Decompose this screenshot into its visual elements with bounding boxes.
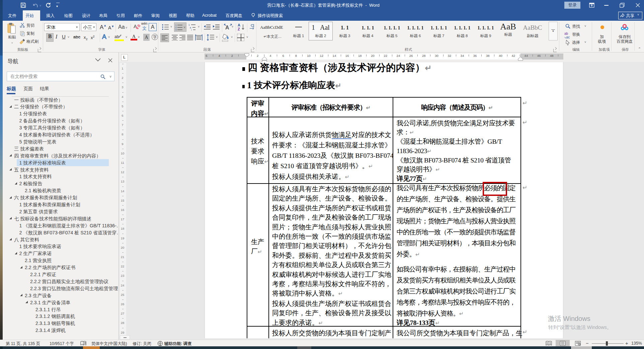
svg-text:i: i [191,29,192,31]
svg-text:1: 1 [188,24,190,26]
svg-text:a: a [190,26,191,29]
svg-text:3: 3 [175,29,177,30]
svg-text:1: 1 [175,24,177,26]
svg-text:2: 2 [175,26,177,28]
